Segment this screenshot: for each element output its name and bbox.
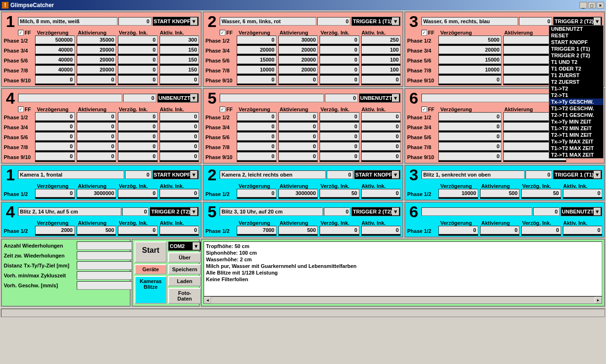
value-input[interactable] (118, 45, 158, 54)
value-input[interactable] (278, 152, 318, 160)
dropdown-option[interactable]: TRIGGER 2 (T2) (549, 52, 603, 59)
notes-scrollbar[interactable]: ◄ ► (204, 296, 602, 304)
value-input[interactable] (480, 189, 520, 197)
value-input[interactable] (118, 189, 158, 197)
dropdown-option[interactable]: T2->T1 (549, 92, 603, 98)
dropdown-option[interactable]: T1->T2 MIN ZEIT (549, 125, 603, 132)
value-input[interactable] (438, 122, 501, 131)
ff-checkbox[interactable]: ✓ (421, 30, 427, 36)
value-input[interactable] (77, 55, 116, 64)
value-input[interactable] (35, 65, 75, 74)
value-input[interactable] (237, 142, 276, 151)
dropdown-option[interactable]: T2->T1 GESCHW. (549, 112, 603, 118)
name-input[interactable] (18, 17, 117, 26)
value-input[interactable] (237, 45, 276, 54)
minimize-button[interactable]: _ (579, 2, 587, 9)
save-button[interactable]: Speichern (168, 264, 201, 275)
trigger-select[interactable]: TRIGGER 1 (T1)▼ (351, 17, 401, 26)
value-input[interactable] (160, 132, 199, 141)
value-input[interactable] (160, 122, 199, 131)
notes-textarea[interactable]: Tropfhöhe: 50 cm Siphonhöhe: 100 cm Wass… (204, 241, 602, 296)
dropdown-option[interactable]: T1 ZUERST (549, 72, 603, 79)
value-input[interactable] (160, 112, 199, 121)
value-input[interactable] (361, 152, 401, 160)
value-input[interactable] (320, 189, 359, 197)
ff-checkbox[interactable]: ✓ (421, 107, 427, 112)
dropdown-option[interactable]: START KNOPF (549, 39, 603, 45)
value-input[interactable] (438, 75, 501, 84)
value-input[interactable] (361, 45, 401, 54)
value-input[interactable] (438, 142, 501, 151)
value-input[interactable] (361, 226, 401, 234)
value-input[interactable] (438, 226, 478, 234)
value-input[interactable] (118, 122, 158, 131)
value-input[interactable] (77, 189, 116, 197)
value-input[interactable] (118, 65, 158, 74)
value-input[interactable] (35, 36, 75, 44)
value-input[interactable] (438, 65, 501, 74)
top-value-input[interactable] (327, 170, 353, 179)
value-input[interactable] (77, 36, 116, 44)
start-button[interactable]: Start (134, 241, 167, 263)
ff-checkbox[interactable]: ✓ (18, 30, 24, 36)
dropdown-option[interactable]: T1->T2 (549, 85, 603, 92)
close-button[interactable]: × (597, 2, 604, 9)
trigger-select[interactable]: UNBENUTZT▼ (157, 93, 199, 103)
value-input[interactable] (320, 65, 359, 74)
value-input[interactable] (438, 55, 501, 64)
value-input[interactable] (237, 75, 276, 84)
value-input[interactable] (77, 122, 116, 131)
value-input[interactable] (278, 189, 318, 197)
value-input[interactable] (118, 132, 158, 141)
trigger-select[interactable]: TRIGGER 1 (T1)▼ (553, 170, 602, 179)
value-input[interactable] (361, 189, 401, 197)
maximize-button[interactable]: □ (588, 2, 596, 9)
value-input[interactable] (320, 122, 359, 131)
trigger-select[interactable]: START KNOPF▼ (152, 170, 199, 179)
name-input[interactable] (18, 170, 124, 179)
value-input[interactable] (77, 75, 116, 84)
value-input[interactable] (361, 36, 401, 44)
value-input[interactable] (35, 122, 75, 131)
trigger-dropdown-list[interactable]: UNBENUTZTRESETSTART KNOPFTRIGGER 1 (T1)T… (549, 25, 604, 159)
value-input[interactable] (118, 55, 158, 64)
value-input[interactable] (521, 226, 561, 234)
name-input[interactable] (220, 170, 326, 179)
top-value-input[interactable] (526, 170, 552, 179)
ff-checkbox[interactable]: ✓ (220, 30, 225, 36)
value-input[interactable] (438, 152, 501, 160)
value-input[interactable] (160, 65, 199, 74)
dropdown-option[interactable]: Tx->Ty GESCHW. (549, 98, 603, 105)
dropdown-option[interactable]: Tx->Ty MIN ZEIT (549, 118, 603, 125)
dropdown-option[interactable]: T1->T2 GESCHW. (549, 105, 603, 112)
name-input[interactable] (220, 94, 324, 102)
value-input[interactable] (118, 226, 158, 234)
value-input[interactable] (77, 45, 116, 54)
name-input[interactable] (18, 207, 121, 216)
value-input[interactable] (438, 132, 501, 141)
value-input[interactable] (320, 36, 359, 44)
value-input[interactable] (77, 112, 116, 121)
dropdown-option[interactable]: T1 UND T2 (549, 59, 603, 65)
name-input[interactable] (421, 170, 525, 179)
value-input[interactable] (563, 189, 603, 197)
name-input[interactable] (220, 207, 323, 216)
value-input[interactable] (320, 152, 359, 160)
name-input[interactable] (220, 17, 316, 26)
value-input[interactable] (521, 189, 561, 197)
value-input[interactable] (77, 65, 116, 74)
value-input[interactable] (160, 189, 199, 197)
value-input[interactable] (278, 55, 318, 64)
value-input[interactable] (320, 132, 359, 141)
value-input[interactable] (237, 132, 276, 141)
devices-button[interactable]: Geräte (134, 264, 167, 275)
top-value-input[interactable] (122, 207, 149, 216)
value-input[interactable] (77, 142, 116, 151)
value-input[interactable] (361, 65, 401, 74)
value-input[interactable] (361, 122, 401, 131)
value-input[interactable] (320, 226, 359, 234)
value-input[interactable] (320, 112, 359, 121)
value-input[interactable] (237, 65, 276, 74)
about-button[interactable]: Über (168, 252, 201, 263)
dropdown-option[interactable]: UNBENUTZT (549, 26, 603, 32)
